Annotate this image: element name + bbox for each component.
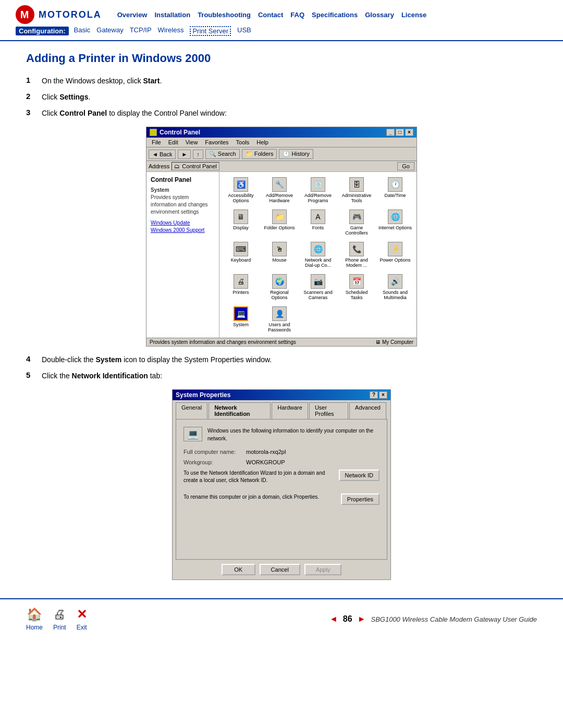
nav-installation[interactable]: Installation [155,11,191,19]
subnav-basic[interactable]: Basic [74,26,91,36]
icon-accessibility[interactable]: ♿ Accessibility Options [223,175,259,205]
nav-troubleshooting[interactable]: Troubleshooting [198,11,251,19]
win-controls[interactable]: _ □ × [386,129,413,136]
menu-file[interactable]: File [149,139,164,146]
icon-phone-modem[interactable]: 📞 Phone and Modem ... [338,240,375,270]
footer-exit[interactable]: ✕ Exit [77,607,87,631]
subnav-tcpip[interactable]: TCP/IP [130,26,152,36]
nav-overview[interactable]: Overview [117,11,148,19]
subnav-printserver[interactable]: Print Server [190,26,231,36]
win-title-left: Control Panel [150,129,200,136]
icon-datetime[interactable]: 🕐 Date/Time [377,175,413,205]
toolbar-folders[interactable]: 📁 Folders [242,149,277,159]
tab-network-identification[interactable]: Network Identification [209,402,271,419]
page-title: Adding a Printer in Windows 2000 [26,52,537,65]
cancel-button[interactable]: Cancel [260,564,300,575]
win-maximize-btn[interactable]: □ [396,129,404,136]
tab-general[interactable]: General [176,402,207,419]
subnav-wireless[interactable]: Wireless [158,26,184,36]
toolbar-forward[interactable]: ► [178,150,191,159]
toolbar-search[interactable]: 🔍 Search [205,149,240,159]
step-3-number: 3 [26,108,35,117]
icon-add-programs[interactable]: 💿 Add/Remove Programs [300,175,336,205]
toolbar-history[interactable]: 🕐 History [279,149,313,159]
icon-users-passwords[interactable]: 👤 Users and Passwords [261,304,298,335]
nav-license[interactable]: License [401,11,426,19]
system-properties-dialog: System Properties ? × General Network Id… [172,389,391,580]
menu-favorites[interactable]: Favorites [202,139,231,146]
step-1: 1 On the Windows desktop, click Start. [26,76,537,87]
toolbar-up[interactable]: ↑ [193,150,203,159]
icon-add-hardware[interactable]: 🔧 Add/Remove Hardware [261,175,298,205]
icon-folder-options[interactable]: 📁 Folder Options [261,207,298,238]
nav-glossary[interactable]: Glossary [365,11,394,19]
win-menubar: File Edit View Favorites Tools Help [146,138,417,147]
icon-scanners[interactable]: 📷 Scanners and Cameras [300,272,336,302]
windows-update-link[interactable]: Windows Update [151,220,215,226]
dialog-spacer [183,510,380,552]
menu-tools[interactable]: Tools [233,139,253,146]
tab-advanced[interactable]: Advanced [349,402,386,419]
dialog-close-btn[interactable]: × [379,391,387,399]
field-label-computer-name: Full computer name: [183,449,241,455]
network-id-button[interactable]: Network ID [339,470,380,481]
address-go-btn[interactable]: Go [397,162,414,170]
icon-mouse[interactable]: 🖱 Mouse [261,240,298,270]
footer-print[interactable]: 🖨 Print [53,607,66,631]
phone-modem-icon: 📞 [349,242,364,256]
field-label-workgroup: Workgroup: [183,459,241,465]
dialog-computer-icon: 💻 [183,427,202,441]
nav-specifications[interactable]: Specifications [312,11,358,19]
icon-fonts[interactable]: A Fonts [300,207,336,238]
icon-internet-options[interactable]: 🌐 Internet Options [377,207,413,238]
keyboard-icon: ⌨ [234,242,248,256]
icon-regional-options[interactable]: 🌍 Regional Options [261,272,298,302]
footer-home[interactable]: 🏠 Home [26,607,43,631]
icon-display[interactable]: 🖥 Display [223,207,259,238]
properties-button[interactable]: Properties [341,493,380,505]
tab-user-profiles[interactable]: User Profiles [309,402,348,419]
icon-scheduled-tasks[interactable]: 📅 Scheduled Tasks [338,272,375,302]
icon-network[interactable]: 🌐 Network and Dial-up Co... [300,240,336,270]
win-close-btn[interactable]: × [405,129,413,136]
dialog-controls[interactable]: ? × [370,391,387,399]
win-title-icon [150,129,157,136]
subnav-usb[interactable]: USB [237,26,251,36]
menu-help[interactable]: Help [253,139,272,146]
step-5-number: 5 [26,371,35,379]
field-full-computer-name: Full computer name: motorola-rxq2pl [183,449,380,455]
dialog-tabs: General Network Identification Hardware … [173,400,390,419]
icon-admin-tools[interactable]: 🗄 Administrative Tools [338,175,375,205]
menu-view[interactable]: View [182,139,201,146]
step-4: 4 Double-click the System icon to displa… [26,354,537,365]
page-next-arrow[interactable]: ► [358,614,366,624]
page-prev-arrow[interactable]: ◄ [329,614,338,624]
subnav-gateway[interactable]: Gateway [96,26,123,36]
icon-sounds[interactable]: 🔊 Sounds and Multimedia [377,272,413,302]
ok-button[interactable]: OK [222,564,255,575]
icon-power-options[interactable]: ⚡ Power Options [377,240,413,270]
home-label: Home [26,624,43,631]
nav-faq[interactable]: FAQ [290,11,304,19]
toolbar-back[interactable]: ◄ Back [149,150,176,159]
dialog-info-text: Windows uses the following information t… [207,427,380,442]
tab-hardware[interactable]: Hardware [272,402,308,419]
win-statusbar: Provides system information and changes … [146,338,417,346]
dialog-section-properties: Properties To rename this computer or jo… [183,493,380,505]
icon-system[interactable]: 💻 System [223,304,259,335]
menu-edit[interactable]: Edit [165,139,181,146]
dialog-section-network-id: Network ID To use the Network Identifica… [183,470,380,488]
icon-keyboard[interactable]: ⌨ Keyboard [223,240,259,270]
nav-contact[interactable]: Contact [258,11,283,19]
print-icon: 🖨 [53,607,66,622]
apply-button[interactable]: Apply [304,564,342,575]
step-1-text: On the Windows desktop, click Start. [42,76,162,87]
icon-game-controllers[interactable]: 🎮 Game Controllers [338,207,375,238]
windows-support-link[interactable]: Windows 2000 Support [151,227,215,233]
motorola-logo: M MOTOROLA [16,5,102,24]
icon-printers[interactable]: 🖨 Printers [223,272,259,302]
win-minimize-btn[interactable]: _ [386,129,395,136]
scheduled-tasks-icon: 📅 [349,274,364,289]
dialog-help-btn[interactable]: ? [370,391,378,399]
address-label: Address [149,163,169,169]
